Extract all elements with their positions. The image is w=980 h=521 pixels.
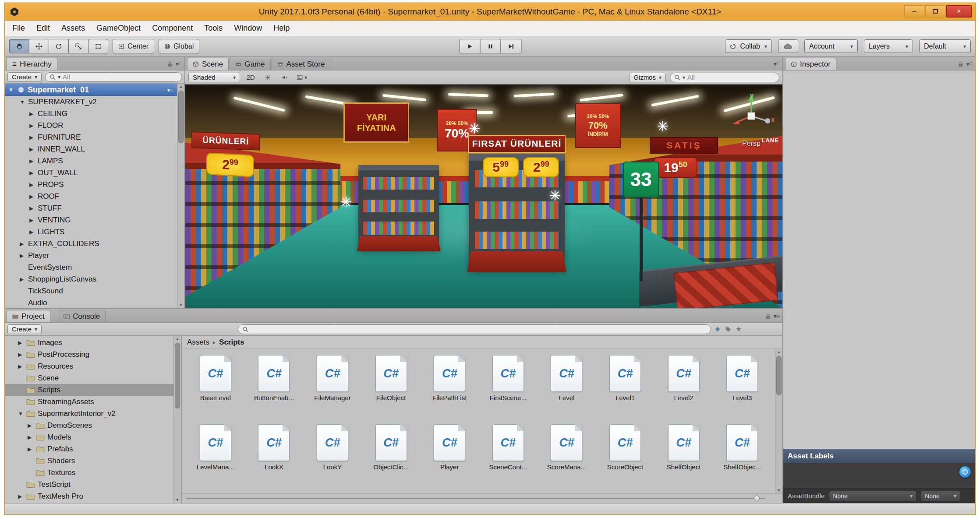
project-folder[interactable]: ▶Resources [5, 360, 173, 372]
tab-project[interactable]: Project [7, 310, 50, 322]
project-file[interactable]: C#FilePathList [420, 355, 479, 424]
menu-item-help[interactable]: Help [268, 21, 295, 36]
point-light-gizmo-icon[interactable] [340, 196, 352, 208]
project-folder[interactable]: ▶Images [5, 337, 173, 349]
play-button[interactable] [459, 39, 480, 53]
orientation-gizmo[interactable]: y x Persp [727, 93, 775, 148]
project-files-scrollbar[interactable]: ▲ ▼ [775, 349, 782, 493]
expander-icon[interactable]: ▶ [18, 363, 26, 370]
hierarchy-item[interactable]: ▶INNER_WALL [5, 143, 177, 155]
expander-icon[interactable]: ▼ [8, 87, 14, 93]
scroll-down-icon[interactable]: ▼ [775, 487, 782, 493]
tab-hierarchy[interactable]: ≡ Hierarchy [7, 58, 57, 70]
rect-tool-button[interactable] [88, 39, 108, 53]
hierarchy-item[interactable]: ▶CEILING [5, 108, 177, 120]
scene-lighting-toggle[interactable] [261, 73, 274, 82]
project-file[interactable]: C#BaseLevel [186, 355, 245, 424]
project-tree-scrollbar[interactable]: ▲ ▼ [173, 336, 181, 503]
panel-menu-icon[interactable]: ▾≡ [774, 60, 779, 67]
point-light-gizmo-icon[interactable] [657, 120, 669, 132]
layout-dropdown[interactable]: Default ▾ [919, 39, 971, 53]
project-search-input[interactable] [238, 324, 711, 334]
project-file[interactable]: C#FirstScene... [479, 355, 538, 424]
tab-scene[interactable]: Scene [187, 58, 229, 70]
hierarchy-item[interactable]: Audio [5, 297, 177, 308]
project-folder[interactable]: ▶DemoScenes [5, 419, 173, 431]
expander-icon[interactable]: ▶ [20, 241, 28, 247]
project-file[interactable]: C#ObjectClic... [362, 424, 421, 493]
project-file[interactable]: C#LookX [245, 424, 304, 493]
expander-icon[interactable]: ▶ [28, 434, 36, 440]
project-folder[interactable]: ▶Models [5, 431, 173, 443]
project-file[interactable]: C#Level1 [596, 355, 655, 424]
menu-item-window[interactable]: Window [228, 21, 268, 36]
project-file[interactable]: C#SceneCont... [479, 424, 538, 493]
project-folder[interactable]: Scripts [5, 384, 173, 396]
expander-icon[interactable]: ▶ [29, 146, 38, 152]
project-file[interactable]: C#ButtonEnab... [245, 355, 304, 424]
perspective-label[interactable]: Persp [727, 140, 775, 148]
pause-button[interactable] [480, 39, 501, 53]
scroll-up-icon[interactable]: ▲ [174, 336, 181, 342]
expander-icon[interactable]: ▶ [29, 205, 38, 211]
search-by-label-icon[interactable] [725, 326, 731, 332]
assetbundle-name-dropdown[interactable]: None ▾ [829, 491, 916, 501]
scene-audio-toggle[interactable] [278, 73, 291, 82]
space-toggle-button[interactable]: Global [159, 39, 199, 53]
menu-item-edit[interactable]: Edit [31, 21, 56, 36]
panel-menu-icon[interactable]: ▾≡ [966, 60, 972, 67]
breadcrumb-root[interactable]: Assets [187, 338, 209, 347]
scroll-down-icon[interactable]: ▼ [174, 497, 181, 503]
point-light-gizmo-icon[interactable] [549, 190, 561, 201]
scale-tool-button[interactable] [68, 39, 88, 53]
project-folder[interactable]: ▶PostProcessing [5, 349, 173, 360]
layers-dropdown[interactable]: Layers ▾ [864, 39, 913, 53]
scene-viewport[interactable]: ÜRÜNLERİ 2 99 YARI FİYATINA 30% 50% 70% … [185, 84, 782, 308]
breadcrumb-current[interactable]: Scripts [219, 338, 244, 347]
expander-icon[interactable]: ▶ [18, 352, 26, 358]
project-file[interactable]: C#FileObject [362, 355, 421, 424]
menu-item-tools[interactable]: Tools [198, 21, 228, 36]
hierarchy-item[interactable]: ▶LAMPS [5, 155, 177, 167]
minimize-button[interactable]: – [904, 5, 924, 18]
menu-item-assets[interactable]: Assets [56, 21, 91, 36]
scene-search-input[interactable]: ▾ All [670, 73, 779, 82]
hierarchy-item[interactable]: ▶ShoppingListCanvas [5, 273, 177, 285]
hierarchy-item[interactable]: ▶LIGHTS [5, 226, 177, 238]
hierarchy-item[interactable]: ▼SUPERMARKET_v2 [5, 96, 177, 108]
expander-icon[interactable]: ▼ [18, 411, 26, 417]
expander-icon[interactable]: ▶ [28, 446, 36, 452]
scrollbar-thumb[interactable] [776, 356, 782, 395]
expander-icon[interactable]: ▼ [20, 99, 28, 105]
expander-icon[interactable]: ▶ [29, 229, 38, 235]
gizmos-dropdown[interactable]: Gizmos ▾ [629, 73, 666, 82]
search-by-type-icon[interactable] [715, 326, 721, 332]
hierarchy-item[interactable]: EventSystem [5, 261, 177, 273]
project-create-button[interactable]: Create ▾ [7, 324, 42, 334]
expander-icon[interactable]: ▶ [29, 134, 38, 141]
tab-inspector[interactable]: Inspector [785, 58, 836, 70]
expander-icon[interactable]: ▶ [20, 276, 28, 282]
project-folder[interactable]: TestScript [5, 479, 173, 490]
expander-icon[interactable]: ▶ [18, 493, 26, 500]
scrollbar-thumb[interactable] [175, 343, 180, 408]
icon-size-slider-knob[interactable] [754, 496, 760, 501]
maximize-button[interactable] [925, 5, 945, 18]
lock-icon[interactable] [167, 61, 173, 67]
project-file[interactable]: C#Level3 [713, 355, 771, 424]
expander-icon[interactable]: ▶ [29, 158, 38, 164]
expander-icon[interactable]: ▶ [20, 253, 28, 259]
hierarchy-item[interactable]: ▶FURNITURE [5, 131, 177, 143]
hierarchy-item[interactable]: ▶STUFF [5, 202, 177, 214]
project-file[interactable]: C#ShelfObject [655, 424, 713, 493]
project-file[interactable]: C#Level [538, 355, 596, 424]
project-file[interactable]: C#ScoreObject [596, 424, 655, 493]
panel-menu-icon[interactable]: ▾≡ [176, 60, 181, 67]
scene-effects-dropdown[interactable]: ▾ [295, 73, 308, 82]
hierarchy-item[interactable]: ▶OUT_WALL [5, 167, 177, 179]
hierarchy-create-button[interactable]: Create ▾ [7, 72, 42, 82]
expander-icon[interactable]: ▶ [29, 123, 38, 129]
scroll-up-icon[interactable]: ▲ [775, 349, 782, 355]
project-folder[interactable]: StreamingAssets [5, 396, 173, 408]
hierarchy-item[interactable]: TickSound [5, 285, 177, 297]
